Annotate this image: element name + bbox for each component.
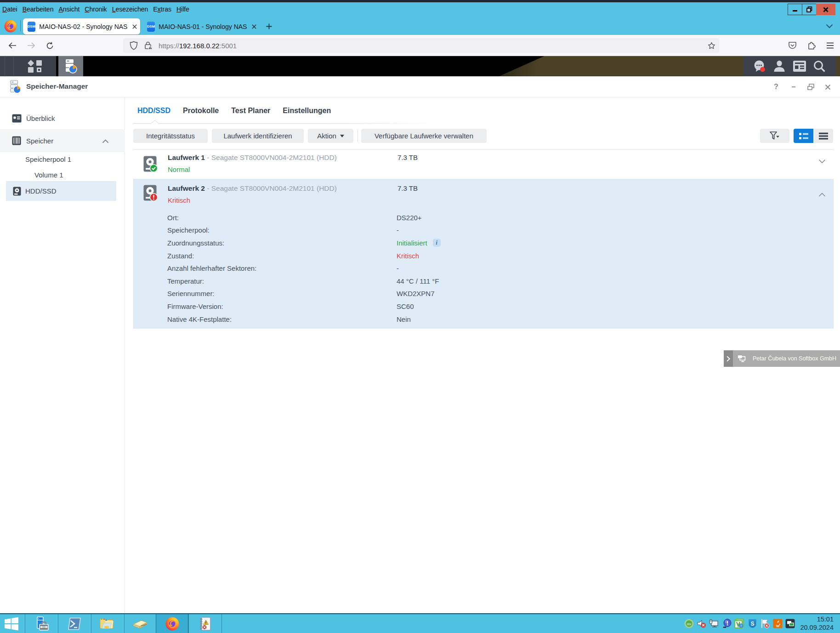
tray-alert-balloon-icon[interactable]	[722, 619, 732, 628]
detail-value: Nein	[397, 315, 411, 323]
manage-available-drives-button[interactable]: Verfügbare Laufwerke verwalten	[361, 129, 487, 143]
dsm-widgets-button[interactable]	[792, 58, 807, 74]
detail-label: Anzahl fehlerhafter Sektoren:	[167, 264, 256, 272]
firefox-taskbar-button[interactable]	[165, 616, 180, 631]
svg-text:sbx: sbx	[687, 622, 692, 626]
close-icon	[825, 84, 831, 90]
new-tab-button[interactable]	[263, 20, 275, 32]
drive-status: Normal	[168, 165, 190, 173]
drive-details: Ort: DS220+ Speicherpool: - Zuordnungsst…	[133, 211, 834, 325]
menu-ansicht[interactable]: Ansicht	[58, 6, 79, 13]
teamviewer-expand-button[interactable]	[724, 350, 733, 367]
forward-button[interactable]	[24, 39, 38, 52]
detail-label: Firmware-Version:	[167, 302, 223, 310]
menu-extras[interactable]: Extras	[153, 6, 171, 13]
detail-view-button[interactable]	[813, 129, 833, 143]
tray-v-tools-icon[interactable]: ?	[734, 619, 744, 628]
tab-maio-nas-01[interactable]: DSM MAIO-NAS-01 - Synology NAS	[142, 18, 256, 34]
detail-row: Zuordnungsstatus: Initialisierti	[133, 236, 834, 249]
window-help-button[interactable]: ?	[770, 81, 783, 93]
start-button[interactable]	[4, 616, 19, 631]
tab-protokolle[interactable]: Protokolle	[183, 107, 219, 121]
detail-value: 44 °C / 111 °F	[397, 277, 439, 285]
drive-icon-critical	[143, 185, 157, 201]
expand-chevron-icon[interactable]	[818, 159, 826, 164]
url-bar[interactable]: https://192.168.0.22:5001	[123, 38, 719, 53]
tracking-shield-icon[interactable]	[130, 41, 138, 50]
dsm-search-button[interactable]	[812, 58, 827, 74]
window-close-button[interactable]	[821, 81, 834, 93]
tab-title: MAIO-NAS-02 - Synology NAS	[39, 23, 127, 30]
collapse-chevron-icon[interactable]	[102, 137, 109, 145]
tray-network-icon[interactable]	[709, 619, 719, 628]
menu-chronik[interactable]: Chronik	[85, 6, 107, 13]
info-icon[interactable]: i	[433, 239, 441, 246]
collapse-chevron-icon[interactable]	[818, 193, 826, 197]
identify-drive-button[interactable]: Laufwerk identifizieren	[212, 129, 304, 143]
server-manager-taskbar-button[interactable]	[34, 616, 49, 631]
tray-sbx-icon[interactable]: sbx	[684, 619, 694, 628]
tray-remote-icon[interactable]	[785, 619, 795, 628]
reload-button[interactable]	[43, 39, 57, 52]
list-view-icon	[799, 132, 808, 140]
list-view-button[interactable]	[794, 129, 813, 143]
tab-maio-nas-02[interactable]: DSM MAIO-NAS-02 - Synology NAS	[23, 18, 140, 34]
teamviewer-session-bar[interactable]: Petar Čubela von Softbox GmbH	[733, 350, 840, 367]
browser-maximize-button[interactable]	[802, 4, 817, 15]
window-minimize-button[interactable]: –	[787, 81, 800, 93]
restore-icon	[806, 6, 812, 12]
firefox-icon[interactable]	[4, 19, 17, 33]
dsm-user-button[interactable]	[772, 58, 787, 74]
tray-volume-muted-icon[interactable]	[697, 619, 706, 628]
menu-bearbeiten[interactable]: Bearbeiten	[23, 6, 54, 13]
storage-icon	[12, 136, 21, 145]
tab-test-planer[interactable]: Test Planer	[231, 107, 270, 121]
browser-minimize-button[interactable]	[788, 4, 802, 15]
sidebar-item-speicher[interactable]: Speicher	[0, 129, 125, 152]
integrity-status-button[interactable]: Integritätsstatus	[133, 129, 208, 143]
bookmark-star-button[interactable]	[705, 40, 717, 51]
drive-row-laufwerk-1[interactable]: Laufwerk 1 - Seagate ST8000VN004-2M2101 …	[133, 150, 834, 179]
detail-value: WKD2XPN7	[397, 290, 435, 297]
back-button[interactable]	[6, 39, 19, 52]
list-all-tabs-button[interactable]	[823, 20, 835, 32]
overview-icon	[12, 114, 22, 123]
app-menu-button[interactable]	[823, 39, 837, 52]
tab-close-icon[interactable]	[132, 22, 137, 32]
dsm-favicon: DSM	[147, 22, 155, 32]
powershell-taskbar-button[interactable]	[67, 616, 82, 631]
logbook-app-taskbar-button[interactable]	[199, 616, 212, 631]
sidebar-item-hdd-ssd[interactable]: HDD/SSD	[0, 181, 125, 201]
drive-row-laufwerk-2[interactable]: Laufwerk 2 - Seagate ST8000VN004-2M2101 …	[133, 179, 834, 329]
detail-label: Ort:	[167, 213, 179, 221]
tab-close-icon[interactable]	[251, 22, 257, 32]
extensions-button[interactable]	[804, 39, 818, 52]
tray-java-icon[interactable]	[773, 619, 783, 628]
sidebar-item-ueberblick[interactable]: Überblick	[0, 108, 125, 128]
window-restore-button[interactable]	[804, 81, 817, 93]
tray-action-center-icon[interactable]	[760, 619, 770, 628]
main-menu-icon[interactable]	[27, 59, 43, 73]
storage-manager-taskbar-button[interactable]	[58, 56, 83, 76]
widgets-icon	[793, 60, 806, 72]
menu-lesezeichen[interactable]: Lesezeichen	[112, 6, 148, 13]
drive-title: Laufwerk 2 - Seagate ST8000VN004-2M2101 …	[168, 184, 337, 193]
action-dropdown-button[interactable]: Aktion	[308, 129, 353, 143]
menu-datei[interactable]: Datei	[2, 6, 17, 13]
tray-sophos-icon[interactable]: S	[748, 619, 757, 628]
taskbar-clock[interactable]: 15:01 20.09.2024	[800, 616, 834, 632]
lock-warning-icon[interactable]	[144, 41, 153, 50]
menu-hilfe[interactable]: Hilfe	[176, 6, 189, 13]
filter-button[interactable]	[760, 129, 789, 143]
file-explorer-taskbar-button[interactable]	[99, 616, 114, 631]
dsm-chat-button[interactable]	[752, 58, 767, 74]
star-icon	[708, 42, 715, 50]
minimize-icon	[792, 7, 798, 12]
tab-einstellungen[interactable]: Einstellungen	[283, 107, 331, 121]
tab-title: MAIO-NAS-01 - Synology NAS	[159, 23, 247, 30]
browser-close-button[interactable]	[816, 4, 835, 15]
detail-label: Zuordnungsstatus:	[167, 239, 224, 246]
tab-hdd-ssd[interactable]: HDD/SSD	[137, 107, 170, 121]
pocket-button[interactable]	[785, 39, 799, 52]
scanner-app-taskbar-button[interactable]	[132, 616, 148, 631]
